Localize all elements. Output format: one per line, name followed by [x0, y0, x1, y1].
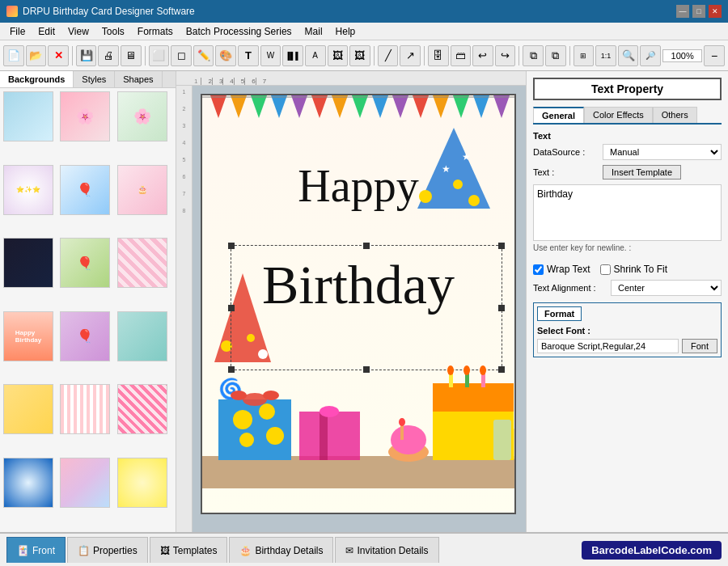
list-item[interactable] [3, 458, 53, 508]
menu-formats[interactable]: Formats [131, 24, 180, 39]
tab-backgrounds[interactable]: Backgrounds [0, 71, 74, 87]
list-item[interactable]: HappyBirthday [3, 311, 53, 361]
menu-file[interactable]: File [3, 24, 32, 39]
tb-color[interactable]: 🎨 [215, 45, 236, 66]
tb-new[interactable]: 📄 [3, 45, 24, 66]
tab-templates[interactable]: 🖼 Templates [150, 537, 228, 563]
list-item[interactable] [60, 458, 110, 508]
format-title: Format [537, 306, 582, 321]
list-item[interactable] [60, 384, 110, 434]
close-button[interactable]: ✕ [709, 5, 722, 18]
tb-save2[interactable]: 🖨 [98, 45, 119, 66]
datasource-select[interactable]: Manual Database CSV [603, 144, 722, 160]
tb-shape1[interactable]: ⬜ [149, 45, 170, 66]
tb-zoom-out[interactable]: 🔎 [640, 45, 661, 66]
tb-db2[interactable]: 🗃 [451, 45, 472, 66]
shrink-checkbox-input[interactable] [600, 264, 611, 275]
ruler-horizontal: 1 2 3 4 5 6 7 [176, 71, 526, 86]
tb-print[interactable]: 🖥 [121, 45, 142, 66]
text-happy[interactable]: Happy [298, 160, 418, 212]
tb-zoom-in[interactable]: 🔍 [618, 45, 639, 66]
wrap-label: Wrap Text [547, 264, 590, 275]
svg-point-32 [266, 427, 284, 445]
birthday-label: Birthday Details [255, 545, 323, 556]
list-item[interactable]: 🌸 [117, 91, 167, 142]
tb-arrow[interactable]: ↗ [400, 45, 421, 66]
list-item[interactable] [117, 311, 167, 361]
tb-pencil[interactable]: ✏️ [193, 45, 214, 66]
tb-save[interactable]: 💾 [76, 45, 97, 66]
datasource-row: DataSource : Manual Database CSV [533, 144, 722, 160]
menu-tools[interactable]: Tools [95, 24, 131, 39]
alignment-label: Text Alignment : [533, 283, 606, 293]
font-button[interactable]: Font [682, 339, 717, 353]
list-item[interactable]: 🎈 [60, 311, 110, 361]
list-item[interactable]: ⭐✨⭐ [3, 165, 53, 215]
menu-help[interactable]: Help [329, 24, 362, 39]
tb-zoom-minus[interactable]: − [704, 45, 725, 66]
tb-db[interactable]: 🗄 [428, 45, 449, 66]
tab-others[interactable]: Others [653, 107, 697, 123]
tab-front[interactable]: 🃏 Front [6, 537, 66, 563]
tb-redo[interactable]: ↪ [495, 45, 516, 66]
tb-grid2[interactable]: 1:1 [595, 45, 616, 66]
list-item[interactable] [117, 238, 167, 288]
tb-text[interactable]: T [238, 45, 259, 66]
list-item[interactable] [3, 91, 53, 142]
list-item[interactable] [117, 458, 167, 508]
tb-align[interactable]: A [305, 45, 326, 66]
tb-barcode[interactable]: ▐▌▌ [282, 45, 303, 66]
window-controls[interactable]: — □ ✕ [676, 5, 722, 18]
tb-img2[interactable]: 🖼 [349, 45, 370, 66]
tb-grid1[interactable]: ⊞ [574, 45, 595, 66]
wrap-checkbox-input[interactable] [533, 264, 544, 275]
tab-shapes[interactable]: Shapes [115, 71, 162, 87]
tab-invitation-details[interactable]: ✉ Invitation Details [335, 537, 438, 563]
tb-shape2[interactable]: ◻ [171, 45, 192, 66]
list-item[interactable] [3, 238, 53, 288]
svg-point-30 [259, 403, 275, 420]
tb-close[interactable]: ✕ [48, 45, 69, 66]
tb-copy2[interactable]: ⧉ [545, 45, 566, 66]
font-input[interactable] [537, 339, 679, 353]
tab-color-effects[interactable]: Color Effects [584, 107, 653, 123]
insert-template-button[interactable]: Insert Template [603, 165, 681, 180]
text-field-label: Text : [533, 167, 598, 177]
menu-edit[interactable]: Edit [32, 24, 61, 39]
select-font-label: Select Font : [537, 326, 717, 336]
property-title: Text Property [533, 78, 722, 100]
tb-open[interactable]: 📂 [26, 45, 47, 66]
menu-batch[interactable]: Batch Processing Series [180, 24, 298, 39]
menu-mail[interactable]: Mail [298, 24, 329, 39]
minimize-button[interactable]: — [676, 5, 689, 18]
tab-properties[interactable]: 📋 Properties [67, 537, 148, 563]
svg-marker-3 [271, 95, 287, 118]
list-item[interactable] [3, 384, 53, 434]
canvas-scroll[interactable]: ★ ★ Happy [176, 86, 526, 532]
list-item[interactable] [117, 384, 167, 434]
tab-birthday-details[interactable]: 🎂 Birthday Details [229, 537, 333, 563]
birthday-icon: 🎂 [239, 545, 252, 556]
list-item[interactable]: 🎈 [60, 165, 110, 215]
tb-word[interactable]: W [260, 45, 281, 66]
shrink-fit-checkbox[interactable]: Shrink To Fit [600, 264, 667, 275]
tab-styles[interactable]: Styles [74, 71, 115, 87]
wrap-shrink-row: Wrap Text Shrink To Fit [533, 264, 722, 275]
svg-marker-12 [453, 95, 469, 118]
tb-line[interactable]: ╱ [378, 45, 399, 66]
tab-general[interactable]: General [533, 107, 584, 123]
tb-copy1[interactable]: ⧉ [523, 45, 544, 66]
card-canvas: ★ ★ Happy [201, 94, 516, 514]
alignment-select[interactable]: Left Center Right Justify [611, 280, 722, 296]
maximize-button[interactable]: □ [692, 5, 705, 18]
barcode-badge: BarcodeLabelCode.com [582, 541, 722, 560]
list-item[interactable]: 🎂 [117, 165, 167, 215]
list-item[interactable]: 🎈 [60, 238, 110, 288]
tb-img1[interactable]: 🖼 [328, 45, 349, 66]
list-item[interactable]: 🌸 [60, 91, 110, 142]
tb-undo[interactable]: ↩ [472, 45, 493, 66]
text-birthday[interactable]: Birthday [202, 253, 514, 317]
wrap-text-checkbox[interactable]: Wrap Text [533, 264, 590, 275]
menu-view[interactable]: View [61, 24, 95, 39]
text-input[interactable]: Birthday [533, 184, 722, 241]
